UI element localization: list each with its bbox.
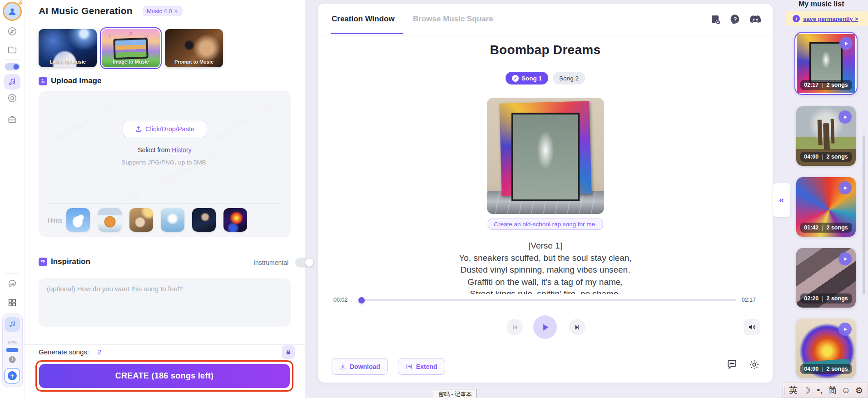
play-icon[interactable] (838, 252, 852, 265)
user-avatar[interactable]: ♛ (3, 2, 22, 21)
scrollbar[interactable] (863, 26, 865, 378)
speaker-icon (748, 323, 756, 331)
song-1-pill[interactable]: ✓ Song 1 (506, 72, 548, 85)
music-nav-active[interactable] (4, 74, 20, 90)
lyrics-line: Dusted vinyl spinning, making vibes unse… (318, 264, 773, 276)
play-icon[interactable] (839, 37, 853, 50)
discord-icon[interactable] (749, 15, 762, 25)
hint-thumbnail[interactable] (192, 208, 216, 232)
progress-bar[interactable] (360, 299, 736, 301)
disc-icon (7, 93, 17, 103)
lyrics-line: Graffiti on the wall, it's a tag of my n… (318, 276, 773, 289)
inspiration-input[interactable] (39, 278, 291, 327)
plus-icon: + (8, 371, 17, 380)
history-link[interactable]: History (172, 146, 192, 154)
image-icon (39, 77, 47, 85)
toolbox-nav-icon[interactable] (7, 114, 17, 124)
extend-button[interactable]: Extend (398, 358, 445, 375)
feedback-nav-icon[interactable] (7, 279, 17, 289)
prompt-caption[interactable]: Create an old-school rap song for me. (487, 219, 603, 230)
mode-card-image[interactable]: ♪ ♫ ♪ Image to Music (102, 29, 160, 67)
comment-icon[interactable] (726, 359, 738, 370)
collapse-sidebar-button[interactable]: « (773, 183, 790, 217)
app-rail: ♛ 92% i + (0, 0, 25, 398)
next-track-button[interactable] (569, 319, 585, 335)
apps-nav-icon[interactable] (7, 298, 17, 308)
lyrics-line: [Verse 1] (318, 240, 773, 252)
compass-icon (7, 26, 17, 36)
save-permanently-link[interactable]: save permanently > (803, 15, 858, 22)
ime-language-button[interactable]: 英 (787, 384, 800, 396)
upload-dropzone[interactable]: 2025/03/31 17:53 2025/03/31 17:53 2025/0… (39, 91, 291, 237)
briefcase-icon (7, 114, 17, 124)
music-list-item[interactable]: 02:20|2 songs (796, 248, 856, 308)
hint-thumbnail[interactable] (223, 208, 247, 232)
hint-thumbnail[interactable] (66, 208, 90, 232)
instrumental-toggle[interactable] (295, 258, 314, 268)
divider (25, 344, 305, 345)
rail-divider (5, 60, 20, 60)
gear-icon[interactable] (749, 359, 760, 370)
mode-card-prompt[interactable]: Prompt to Music (165, 29, 223, 67)
song-2-pill[interactable]: Song 2 (553, 72, 585, 85)
mode-cards: Lyrics to Music ♪ ♫ ♪ Image to Music Pro… (39, 29, 223, 67)
create-button[interactable]: CREATE (186 songs left) (39, 364, 290, 388)
item-duration-badge: 02:20|2 songs (800, 294, 852, 303)
explore-nav-icon[interactable] (7, 26, 17, 36)
lyrics-block: [Verse 1] Yo, sneakers scuffed, but the … (318, 240, 773, 294)
help-icon[interactable]: ? (729, 14, 741, 25)
model-version-dropdown[interactable]: Music 4.0▼ (143, 6, 183, 16)
ime-fullhalf-moon-icon[interactable]: ☽ (800, 385, 813, 396)
check-icon: ✓ (512, 75, 519, 82)
item-duration-badge: 04:00|2 songs (800, 152, 852, 162)
lyrics-line: Yo, sneakers scuffed, but the soul stay … (318, 252, 773, 264)
lyrics-line: Street kings rule, spittin' fire, no sha… (318, 288, 773, 294)
music-list-item[interactable]: 04:00|2 songs (796, 106, 856, 166)
play-icon[interactable] (838, 181, 852, 194)
volume-button[interactable] (744, 319, 760, 335)
hint-thumbnail[interactable] (129, 208, 153, 232)
add-credits-button[interactable]: + (5, 368, 20, 383)
music-credit-icon[interactable] (5, 317, 20, 332)
person-icon (7, 6, 17, 16)
rail-toggle[interactable] (5, 63, 20, 70)
divider (799, 10, 865, 10)
upload-button[interactable]: Click/Drop/Paste (123, 121, 207, 137)
generate-songs-label: Generate songs: (39, 348, 89, 356)
download-button[interactable]: Download (332, 358, 388, 375)
ime-settings-icon[interactable]: ⚙ (853, 385, 866, 396)
play-button[interactable] (533, 315, 557, 339)
task-list-icon[interactable] (710, 14, 721, 25)
music-list-item[interactable]: 01:42|2 songs (796, 177, 856, 237)
ime-toolbar[interactable]: 英 ☽ •, 简 ☺ ⚙ (781, 383, 868, 398)
generate-songs-count[interactable]: 2 (98, 348, 101, 356)
scrollbar-thumb[interactable] (863, 135, 865, 294)
ime-simplified-button[interactable]: 简 (826, 384, 839, 396)
files-nav-icon[interactable] (7, 45, 17, 55)
play-icon[interactable] (838, 323, 852, 336)
drag-handle-icon[interactable] (783, 386, 784, 395)
total-time: 02:17 (742, 297, 756, 303)
taskbar-tooltip: 密码 - 记事本 (434, 389, 476, 398)
download-icon (339, 363, 347, 370)
music-note-icon (8, 320, 16, 328)
ime-emoji-icon[interactable]: ☺ (839, 385, 853, 395)
hint-thumbnail[interactable] (98, 208, 122, 232)
info-icon[interactable]: i (9, 356, 16, 363)
generation-panel: AI Music Generation Music 4.0▼ Lyrics to… (25, 0, 305, 398)
play-icon[interactable] (838, 110, 852, 124)
ime-punctuation-icon[interactable]: •, (813, 385, 826, 395)
hint-thumbnail[interactable] (161, 208, 184, 232)
upload-section-heading: Upload Image (39, 76, 101, 85)
extend-icon (406, 363, 413, 370)
divider (46, 203, 283, 204)
mode-card-lyrics[interactable]: Lyrics to Music (39, 29, 97, 67)
music-list-item[interactable]: 02:17|2 songs (794, 32, 858, 95)
previous-track-button[interactable] (506, 319, 523, 335)
disc-nav-icon[interactable] (7, 93, 17, 103)
tab-creation-window[interactable]: Creation Window (332, 15, 395, 24)
music-list-item[interactable]: 04:00|2 songs (796, 318, 856, 378)
save-banner: i save permanently > (786, 11, 868, 26)
tab-browse-music-square[interactable]: Browse Music Square (413, 15, 493, 24)
progress-thumb[interactable] (358, 297, 365, 303)
